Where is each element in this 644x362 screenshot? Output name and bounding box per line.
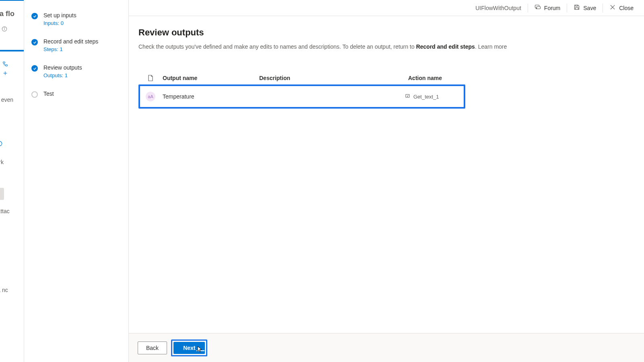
output-action-cell: Get_text_1 xyxy=(405,93,461,100)
save-button[interactable]: Save xyxy=(567,0,603,16)
step-test[interactable]: Test xyxy=(31,90,121,98)
close-label: Close xyxy=(619,5,634,11)
svg-rect-3 xyxy=(3,62,5,64)
footer-bar: Back Next xyxy=(129,333,644,362)
flow-icon xyxy=(2,61,24,68)
step-title: Set up inputs xyxy=(43,12,76,19)
svg-rect-13 xyxy=(576,5,578,6)
content-area: Review outputs Check the outputs you've … xyxy=(129,16,644,333)
check-icon xyxy=(31,39,38,45)
left-text-4: email a nc xyxy=(0,287,24,293)
left-text-2: ote work xyxy=(0,159,24,165)
step-record-edit-steps[interactable]: Record and edit steps Steps: 1 xyxy=(31,38,121,52)
check-icon xyxy=(31,13,38,19)
step-sub: Outputs: 1 xyxy=(43,72,82,78)
check-icon xyxy=(31,65,38,72)
output-row[interactable]: aA Temperature Get_text_1 xyxy=(140,86,464,107)
action-name: Get_text_1 xyxy=(413,94,439,100)
plus-icon xyxy=(2,70,24,77)
col-output-name[interactable]: Output name xyxy=(163,75,259,81)
close-button[interactable]: Close xyxy=(603,0,640,16)
svg-rect-12 xyxy=(576,8,578,10)
left-panel-title: ake a flo xyxy=(0,10,24,18)
col-action-name[interactable]: Action name xyxy=(408,75,585,81)
grid-header: Output name Description Action name xyxy=(138,72,634,84)
desc-bold: Record and edit steps xyxy=(416,43,475,50)
page-title: Review outputs xyxy=(138,27,634,38)
outputs-grid: Output name Description Action name aA T… xyxy=(138,72,634,109)
main-panel: UIFlowWithOutput Forum Save Close Review… xyxy=(129,0,644,362)
left-text-3: email attac xyxy=(0,208,24,214)
step-title: Review outputs xyxy=(43,64,82,71)
file-icon xyxy=(138,75,163,81)
desc-text-a: Check the outputs you've defined and mak… xyxy=(138,43,416,50)
output-name-cell: Temperature xyxy=(163,93,258,100)
forum-button[interactable]: Forum xyxy=(528,0,567,16)
back-button[interactable]: Back xyxy=(138,341,167,354)
svg-point-2 xyxy=(4,28,5,28)
flow-icon-stack xyxy=(2,61,24,77)
forum-label: Forum xyxy=(544,5,560,11)
close-icon xyxy=(609,4,616,12)
save-icon xyxy=(574,4,580,12)
flow-name: UIFlowWithOutput xyxy=(469,5,528,11)
col-description[interactable]: Description xyxy=(259,75,408,81)
output-type-icon: aA xyxy=(146,92,155,101)
step-title: Record and edit steps xyxy=(43,38,98,45)
step-sub: Steps: 1 xyxy=(43,46,98,52)
gray-box xyxy=(0,188,4,200)
info-icon xyxy=(2,26,24,33)
left-text-1: gnated even xyxy=(0,97,24,103)
svg-rect-4 xyxy=(6,65,7,66)
cursor-icon xyxy=(197,346,203,354)
top-bar: UIFlowWithOutput Forum Save Close xyxy=(129,0,644,16)
output-row-highlight: aA Temperature Get_text_1 xyxy=(138,84,465,109)
accent-top-bar xyxy=(0,0,24,1)
next-button-highlight: Next xyxy=(171,339,207,356)
pending-circle-icon xyxy=(31,91,38,98)
desc-text-b: . xyxy=(475,43,478,50)
forum-icon xyxy=(535,4,541,12)
svg-rect-16 xyxy=(406,95,409,97)
learn-more-link[interactable]: Learn more xyxy=(478,43,507,50)
info-icon xyxy=(0,141,2,148)
step-sidebar: Set up inputs Inputs: 0 Record and edit … xyxy=(24,0,129,362)
step-sub: Inputs: 0 xyxy=(43,20,76,26)
page-description: Check the outputs you've defined and mak… xyxy=(138,43,634,50)
step-set-up-inputs[interactable]: Set up inputs Inputs: 0 xyxy=(31,12,121,26)
svg-rect-11 xyxy=(537,6,540,9)
save-label: Save xyxy=(583,5,596,11)
cropped-left-panel: ake a flo gnated even olate ote work ema… xyxy=(0,0,24,362)
step-title: Test xyxy=(43,90,54,97)
step-review-outputs[interactable]: Review outputs Outputs: 1 xyxy=(31,64,121,78)
svg-point-7 xyxy=(0,141,2,146)
selection-indicator xyxy=(0,50,24,51)
left-plate-row: olate xyxy=(0,141,24,148)
action-icon xyxy=(405,93,410,100)
